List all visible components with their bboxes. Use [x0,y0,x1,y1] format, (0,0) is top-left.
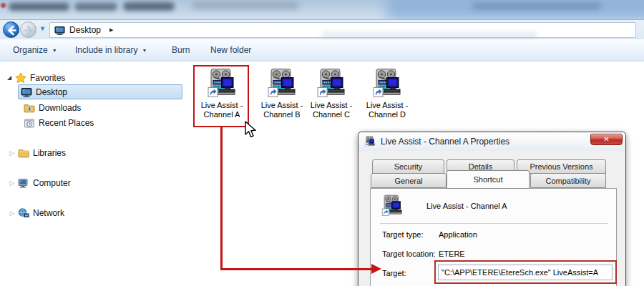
live-assist-app-icon [381,194,404,217]
dialog-title: Live Assist - Channel A Properties [381,137,509,147]
forward-arrow-icon [21,22,37,39]
sidebar-item-label: Network [33,208,64,218]
sidebar-item-label: Favorites [30,73,65,83]
target-location-value: ETERE [439,250,465,258]
libraries-folder-icon [18,147,29,159]
expander-collapsed-icon[interactable]: ▷ [9,209,16,217]
tab-security[interactable]: Security [372,159,444,174]
chevron-down-icon: ▼ [142,48,147,53]
downloads-folder-icon [24,102,35,114]
live-assist-app-icon [364,136,376,147]
include-in-library-label: Include in library [75,45,137,55]
burn-button[interactable]: Burn [172,39,190,61]
shortcut-live-assist-channel-b[interactable]: Live Assist - Channel B [254,66,310,119]
explorer-window: ▼ Desktop ▶ Organize▼ Include in library… [0,0,644,286]
favorites-star-icon [15,72,26,84]
sidebar-item-label: Desktop [36,87,67,97]
sidebar-item-favorites[interactable]: ◢ Favorites [6,70,65,85]
target-path-input[interactable] [438,265,613,280]
expander-collapsed-icon[interactable]: ▷ [9,179,16,187]
sidebar-item-recent-places[interactable]: Recent Places [21,115,94,130]
target-type-value: Application [439,230,477,239]
address-breadcrumb-bar[interactable]: Desktop ▶ [49,22,636,38]
organize-label: Organize [13,45,48,55]
sidebar-item-label: Recent Places [39,118,94,128]
chevron-down-icon: ▼ [52,48,57,53]
sidebar-item-libraries[interactable]: ▷ Libraries [9,145,66,160]
expander-expanded-icon[interactable]: ◢ [6,74,13,81]
tab-previous-versions[interactable]: Previous Versions [517,159,606,174]
properties-dialog: Live Assist - Channel A Properties ✕ Sec… [358,132,626,286]
target-type-label: Target type: [382,230,423,239]
command-toolbar: Organize▼ Include in library▼ Burn New f… [0,39,644,61]
new-folder-button[interactable]: New folder [210,39,251,61]
sidebar-item-label: Computer [33,178,71,188]
expander-collapsed-icon[interactable]: ▷ [9,149,16,157]
annotation-red-box-channel-a [193,65,249,127]
close-icon: ✕ [603,135,609,143]
annotation-arrowhead [371,264,381,274]
blurred-blob [322,33,537,39]
shortcut-label-line2: Channel D [359,110,415,119]
sidebar-item-network[interactable]: ▷ Network [9,205,64,220]
blurred-blob [74,3,117,11]
shortcut-label-line2: Channel B [254,110,310,119]
live-assist-app-icon [371,68,403,99]
shortcut-label-line1: Live Assist - [359,101,415,110]
shortcut-label-line1: Live Assist - [303,101,359,110]
close-button[interactable]: ✕ [590,134,623,145]
tab-shortcut-active[interactable]: Shortcut [447,170,530,189]
tab-compatibility[interactable]: Compatibility [530,173,606,188]
blurred-blob [472,3,601,9]
forward-button[interactable] [20,21,36,38]
sidebar-item-label: Libraries [33,148,66,158]
shortcut-live-assist-channel-c[interactable]: Live Assist - Channel C [303,66,359,119]
breadcrumb-arrow-icon[interactable]: ▶ [109,27,113,33]
network-globe-icon [18,207,29,219]
organize-menu-button[interactable]: Organize▼ [13,39,57,61]
shortcut-live-assist-channel-d[interactable]: Live Assist - Channel D [359,66,415,119]
dialog-titlebar[interactable]: Live Assist - Channel A Properties [358,132,625,151]
shortcut-label-line2: Channel C [303,110,359,119]
blurred-blob [9,3,69,11]
live-assist-app-icon [316,68,347,99]
sidebar-item-computer[interactable]: ▷ Computer [9,175,71,190]
target-location-label: Target location: [382,250,436,258]
shortcut-label-line1: Live Assist - [254,101,310,110]
annotation-arrow-line-horizontal [220,268,371,270]
address-bar-row: ▼ Desktop ▶ [0,19,644,39]
annotation-arrow-line-vertical [220,127,223,270]
separator [380,223,608,224]
blurred-blob [192,2,299,9]
sidebar-item-desktop-selected[interactable]: Desktop [18,84,182,99]
shortcut-name: Live Assist - Channel A [426,202,507,210]
sidebar-item-downloads[interactable]: Downloads [21,100,81,115]
tab-general[interactable]: General [371,173,447,188]
back-button[interactable] [3,21,19,38]
mouse-cursor-icon [244,121,260,139]
recent-places-icon [24,117,35,129]
live-assist-app-icon [266,68,298,99]
target-label: Target: [382,269,406,277]
breadcrumb-location[interactable]: Desktop [69,25,101,35]
recent-pages-dropdown-icon[interactable]: ▼ [39,25,46,32]
desktop-location-icon [54,25,65,36]
blurred-blob [123,2,175,11]
sidebar-item-label: Downloads [39,103,81,113]
shortcut-tab-page: Live Assist - Channel A Target type: App… [370,188,617,286]
desktop-icon [21,87,32,98]
window-titlebar-blurred [0,0,644,19]
include-in-library-menu-button[interactable]: Include in library▼ [75,39,147,61]
back-arrow-icon [4,22,20,39]
blurred-blob [1,3,6,8]
computer-icon [18,177,29,189]
